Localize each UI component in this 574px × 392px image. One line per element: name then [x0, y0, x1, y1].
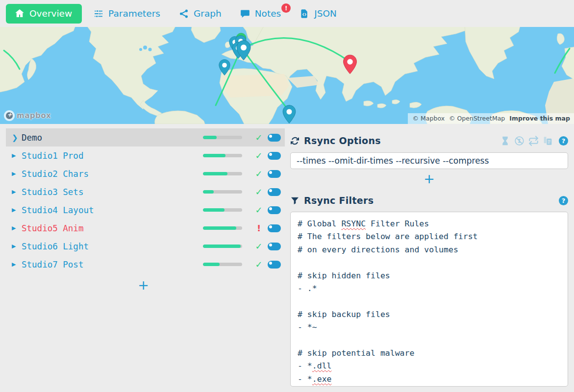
tab-graph[interactable]: Graph: [179, 8, 222, 19]
map-canvas: [0, 27, 574, 124]
toggle[interactable]: [268, 188, 281, 196]
progress-fill: [203, 208, 225, 212]
file-code-icon: [299, 9, 309, 19]
status-icon: ✓: [253, 132, 265, 143]
toggle[interactable]: [268, 224, 281, 232]
caret-icon[interactable]: ▶: [12, 225, 22, 231]
studio-name: Demo: [22, 133, 203, 143]
tab-label: JSON: [314, 8, 337, 19]
caret-icon[interactable]: ❯: [12, 133, 22, 142]
toggle[interactable]: [268, 152, 281, 160]
improve-map-link[interactable]: Improve this map: [509, 115, 570, 122]
progress-fill: [203, 226, 236, 230]
filters-help-icon[interactable]: ?: [559, 196, 568, 205]
status-icon: ✓: [253, 169, 265, 179]
mapbox-logo[interactable]: mapbox: [4, 110, 51, 121]
status-icon: ✓: [253, 241, 265, 251]
tab-overview[interactable]: Overview: [6, 4, 82, 24]
studio-row[interactable]: ▶ Studio3 Sets ✓: [6, 183, 285, 201]
status-icon: ✓: [253, 205, 265, 215]
studio-name: Studio3 Sets: [22, 187, 203, 197]
sync-icon: [290, 136, 299, 146]
repeat-icon[interactable]: [528, 136, 539, 146]
rsync-options-header: Rsync Options: [290, 133, 568, 148]
studio-row[interactable]: ▶ Studio4 Layout ✓: [6, 201, 285, 219]
tab-label: Graph: [194, 8, 222, 19]
toggle-knob: [269, 135, 272, 138]
filter-line: # The filters below are applied first: [298, 230, 561, 243]
filters-editor[interactable]: # Global RSYNC Filter Rules# The filters…: [290, 212, 568, 387]
mapbox-logo-text: mapbox: [17, 111, 51, 120]
caret-icon[interactable]: ▶: [12, 189, 22, 195]
rsync-filters-title: Rsync Filters: [304, 195, 374, 206]
progress-bar: [203, 154, 242, 157]
paste-icon[interactable]: [543, 136, 553, 146]
comment-icon: [240, 9, 250, 19]
world-map[interactable]: mapbox © Mapbox © OpenStreetMap Improve …: [0, 27, 574, 124]
mapbox-logo-icon: [4, 110, 15, 121]
filter-line: - .*: [298, 282, 561, 295]
options-help-icon[interactable]: ?: [559, 136, 568, 146]
caret-icon[interactable]: ▶: [12, 207, 22, 213]
studio-row[interactable]: ▶ Studio1 Prod ✓: [6, 147, 285, 165]
filter-line: # skip potential malware: [298, 347, 561, 360]
add-option-button[interactable]: +: [290, 169, 568, 188]
studio-row[interactable]: ▶ Studio2 Chars ✓: [6, 165, 285, 183]
caret-icon[interactable]: ▶: [12, 171, 22, 177]
filter-icon: [290, 196, 299, 205]
toggle-knob: [269, 207, 272, 210]
toggle[interactable]: [268, 134, 281, 142]
toggle[interactable]: [268, 206, 281, 214]
rsync-filters-header: Rsync Filters ?: [290, 193, 568, 208]
tab-label: Overview: [29, 8, 72, 19]
toggle-knob: [269, 153, 272, 156]
tab-label: Notes: [255, 8, 281, 19]
studio-row[interactable]: ▶ Studio7 Post ✓: [6, 255, 285, 273]
options-input[interactable]: [290, 152, 568, 169]
filter-line: - *~: [298, 321, 561, 334]
filter-line: - *.exe: [298, 373, 561, 386]
nav-bar: Overview Parameters Graph Notes ! JSON: [0, 0, 574, 27]
tab-label: Parameters: [108, 8, 160, 19]
progress-bar: [203, 172, 242, 175]
tab-parameters[interactable]: Parameters: [94, 8, 160, 19]
studio-name: Studio2 Chars: [22, 169, 203, 179]
sliders-icon: [94, 9, 103, 19]
studio-name: Studio1 Prod: [22, 151, 203, 161]
progress-fill: [203, 136, 217, 139]
toggle-knob: [269, 262, 272, 265]
studio-row[interactable]: ▶ Studio6 Light ✓: [6, 237, 285, 255]
tab-notes[interactable]: Notes !: [240, 8, 281, 19]
attribution-osm[interactable]: © OpenStreetMap: [449, 115, 505, 122]
share-nodes-icon: [179, 9, 189, 19]
studio-row[interactable]: ▶ Studio5 Anim !: [6, 219, 285, 237]
progress-bar: [203, 136, 242, 139]
progress-fill: [203, 263, 220, 266]
status-icon: ✓: [253, 150, 265, 161]
filter-line: # on every directions and volumes: [298, 244, 561, 256]
hourglass-disabled-icon[interactable]: [514, 136, 524, 146]
toggle[interactable]: [268, 261, 281, 269]
caret-icon[interactable]: ▶: [12, 152, 22, 159]
toggle-knob: [269, 171, 272, 174]
toggle[interactable]: [268, 170, 281, 178]
studio-name: Studio5 Anim: [22, 223, 203, 233]
attribution-mapbox[interactable]: © Mapbox: [413, 115, 445, 122]
hourglass-icon[interactable]: [500, 136, 510, 146]
studio-name: Studio4 Layout: [22, 205, 203, 215]
toggle[interactable]: [268, 243, 281, 250]
rsync-options-title: Rsync Options: [304, 135, 381, 146]
caret-icon[interactable]: ▶: [12, 243, 22, 249]
studio-row[interactable]: ❯ Demo ✓: [6, 128, 285, 147]
filter-line: [298, 334, 561, 347]
filter-line: - *.dll: [298, 360, 561, 372]
filter-line: [298, 256, 561, 269]
status-icon: !: [253, 223, 265, 233]
tab-json[interactable]: JSON: [299, 8, 337, 19]
caret-icon[interactable]: ▶: [12, 261, 22, 268]
filter-line: # Global RSYNC Filter Rules: [298, 218, 561, 230]
add-studio-button[interactable]: +: [0, 273, 287, 294]
status-icon: ✓: [253, 187, 265, 197]
progress-fill: [203, 245, 241, 248]
progress-bar: [203, 263, 242, 266]
